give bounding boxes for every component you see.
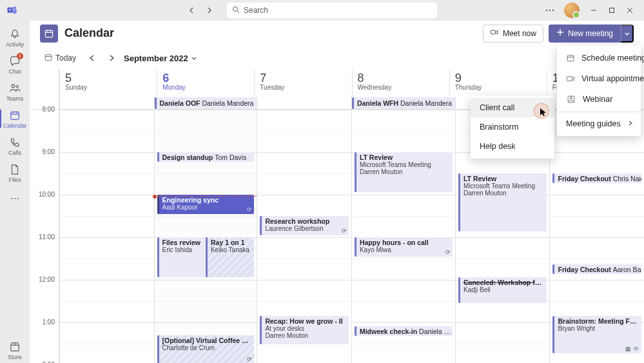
- search-input[interactable]: Search: [227, 3, 437, 18]
- svg-rect-13: [491, 30, 495, 34]
- col-tue[interactable]: Research workshopLaurence Gilbertson⟳ Re…: [257, 97, 351, 363]
- rail-more[interactable]: ⋯: [0, 187, 30, 210]
- titlebar-left: T: [3, 5, 18, 16]
- day-header-mon[interactable]: 6Monday: [157, 70, 254, 97]
- rail-label: Activity: [6, 41, 24, 48]
- recurring-icon: ⟳: [247, 356, 252, 362]
- day-header-wed[interactable]: 8Wednesday: [352, 70, 449, 97]
- webinar-icon: [566, 94, 576, 104]
- col-wed[interactable]: Daniela WFH Daniela Mandera LT ReviewMic…: [351, 97, 455, 363]
- titlebar-right: [541, 1, 641, 19]
- meet-now-button[interactable]: Meet now: [483, 25, 543, 43]
- menu-item-virtual[interactable]: Virtual appointment: [557, 68, 641, 89]
- rail-label: Chat: [8, 68, 21, 75]
- calendar-toolbar: Today September 2022: [30, 46, 644, 70]
- time-label: 1:00: [30, 319, 59, 361]
- next-week-button[interactable]: [104, 51, 119, 65]
- calendar-icon: [566, 53, 575, 63]
- minimize-icon[interactable]: [585, 1, 603, 19]
- day-header-tue[interactable]: 7Tuesday: [254, 70, 351, 97]
- nav-back-icon[interactable]: [184, 3, 200, 18]
- new-meeting-menu: Schedule meeting Virtual appointment Web…: [557, 45, 641, 136]
- event[interactable]: Engineering syncAadi Kapoor⟳: [157, 195, 255, 214]
- menu-item-client-call[interactable]: Client call: [471, 98, 554, 117]
- video-icon: [490, 28, 499, 39]
- event[interactable]: Files reviewEric Ishida: [157, 237, 206, 277]
- bell-icon: [8, 28, 21, 41]
- day-header-sun[interactable]: 5Sunday: [59, 70, 157, 97]
- menu-item-help-desk[interactable]: Help desk: [471, 137, 554, 156]
- menu-item-brainstorm[interactable]: Brainstorm: [471, 117, 554, 137]
- avatar[interactable]: [564, 3, 580, 18]
- menu-separator: [557, 112, 641, 112]
- event[interactable]: Research workshopLaurence Gilbertson⟳: [260, 216, 349, 235]
- new-meeting-button[interactable]: New meeting: [549, 25, 621, 43]
- svg-point-8: [12, 84, 15, 88]
- svg-point-9: [16, 85, 19, 88]
- event[interactable]: [Optional] Virtual Coffee …Charlotte de …: [157, 335, 255, 363]
- recurring-icon: ⟳: [445, 249, 451, 255]
- rail-calls[interactable]: Calls: [0, 133, 30, 159]
- event[interactable]: Brainstorm: Meeting Fatig…Bryan Wright ▦…: [552, 316, 641, 353]
- rail-files[interactable]: Files: [0, 160, 30, 186]
- calendar-icon: [8, 109, 21, 122]
- time-label: 10:00: [30, 191, 59, 233]
- chevron-down-icon: [191, 55, 197, 61]
- rail-activity[interactable]: Activity: [0, 25, 30, 50]
- event[interactable]: Recap: How we grow - IIAt your desksDarr…: [260, 316, 349, 344]
- time-label: 8:00: [30, 106, 59, 148]
- rail-store[interactable]: Store: [0, 337, 30, 363]
- prev-week-button[interactable]: [85, 51, 99, 65]
- event[interactable]: Ray 1 on 1Keiko Tanaka: [206, 237, 254, 277]
- app-rail: Activity 1 Chat Teams Calendar Calls Fil…: [0, 21, 30, 363]
- col-sun[interactable]: [59, 97, 154, 363]
- event[interactable]: LT ReviewMicrosoft Teams MeetingDarren M…: [458, 173, 547, 231]
- event-grid[interactable]: Daniela OOF Daniela Mandera Design stand…: [59, 97, 644, 363]
- event[interactable]: LT ReviewMicrosoft Teams MeetingDarren M…: [355, 152, 453, 192]
- col-mon[interactable]: Daniela OOF Daniela Mandera Design stand…: [154, 97, 257, 363]
- event-allday[interactable]: Daniela OOF Daniela Mandera: [155, 97, 257, 109]
- menu-item-schedule[interactable]: Schedule meeting: [557, 48, 641, 68]
- event[interactable]: Friday Checkout Chris Naid…: [552, 173, 641, 183]
- window-controls: [585, 1, 639, 19]
- month-picker[interactable]: September 2022: [124, 54, 197, 63]
- new-meeting-caret[interactable]: [621, 25, 634, 43]
- file-icon: [8, 163, 21, 176]
- recurring-icon: ⟳: [247, 206, 252, 213]
- rail-chat[interactable]: 1 Chat: [0, 52, 30, 77]
- today-button[interactable]: Today: [40, 50, 80, 66]
- svg-rect-7: [610, 8, 614, 13]
- col-fri[interactable]: Friday Checkout Chris Naid… Friday Check…: [549, 97, 644, 363]
- people-icon: [8, 82, 21, 95]
- svg-rect-10: [11, 112, 19, 119]
- calendar-icon: ▦: [625, 346, 631, 352]
- svg-point-4: [546, 10, 547, 11]
- store-icon: [8, 340, 21, 353]
- maximize-icon[interactable]: [603, 1, 621, 19]
- rail-calendar[interactable]: Calendar: [0, 106, 30, 132]
- event[interactable]: Design standup Tom Davis: [157, 152, 255, 162]
- svg-point-6: [552, 10, 554, 11]
- phone-icon: [8, 136, 21, 149]
- page-title: Calendar: [64, 26, 114, 40]
- svg-point-2: [14, 6, 17, 10]
- rail-teams[interactable]: Teams: [0, 79, 30, 104]
- close-icon[interactable]: [621, 1, 639, 19]
- more-icon[interactable]: [541, 1, 559, 19]
- calendar-today-icon: [44, 53, 53, 64]
- menu-item-guides[interactable]: Meeting guides: [557, 114, 641, 133]
- event[interactable]: Canceled: Workshop for al…Kadji Bell: [458, 277, 547, 303]
- day-header-thu[interactable]: 9Thursday: [449, 70, 547, 97]
- event[interactable]: Happy hours - on callKayo Miwa⟳: [355, 237, 453, 257]
- svg-point-3: [233, 6, 238, 11]
- menu-item-webinar[interactable]: Webinar: [557, 89, 641, 110]
- new-meeting-label: New meeting: [568, 29, 613, 38]
- event[interactable]: Midweek check-in Daniela …: [355, 326, 453, 336]
- event-allday[interactable]: Daniela WFH Daniela Mandera: [352, 97, 455, 109]
- time-label: 9:00: [30, 148, 59, 191]
- svg-rect-11: [11, 345, 19, 351]
- event[interactable]: Friday Checkout Aaron Bak…: [552, 264, 641, 274]
- nav-forward-icon[interactable]: [201, 3, 217, 18]
- svg-point-5: [549, 10, 551, 11]
- svg-rect-16: [567, 77, 572, 81]
